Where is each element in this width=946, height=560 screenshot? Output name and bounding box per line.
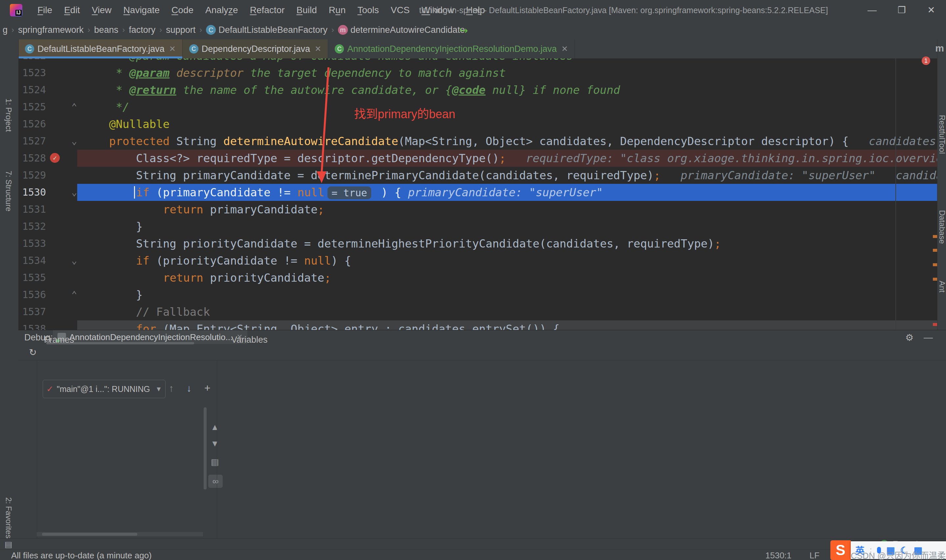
copy-stack-icon[interactable]: ▤ [208,457,221,467]
add-watch-icon[interactable]: + [204,382,211,394]
status-bar: All files are up-to-date (a minute ago) … [0,549,946,560]
code-line[interactable]: 1522 * @param candidates a Map of candid… [18,58,938,64]
menu-vcs[interactable]: VCS [386,4,414,17]
close-icon[interactable]: ✕ [561,44,568,54]
line-number: 1527 [18,132,46,150]
breadcrumb-springframework[interactable]: ›springframework [8,25,84,35]
line-number: 1535 [18,269,46,286]
line-separator[interactable]: LF [810,551,820,560]
menu-code[interactable]: Code [167,4,198,17]
class-icon: C [25,44,34,54]
frames-vscrollbar[interactable] [203,408,206,489]
menu-refactor[interactable]: Refactor [245,4,290,17]
code-text: * @param candidates a Map of candidate n… [109,58,573,64]
code-line[interactable]: 1535return priorityCandidate; [18,269,938,286]
code-line[interactable]: 1528✓Class<?> requiredType = descriptor.… [18,150,938,167]
fold-end-icon[interactable]: ⌃ [68,286,81,303]
close-icon[interactable]: ✕ [169,44,176,54]
fold-start-icon[interactable]: ⌄ [68,252,81,269]
menu-build[interactable]: Build [292,4,322,17]
code-text: @Nullable [109,115,169,132]
fold-start-icon[interactable]: ⌄ [68,184,81,201]
breadcrumb-DefaultListableBeanFactory[interactable]: ›CDefaultListableBeanFactory [196,25,328,35]
sogou-logo-icon[interactable]: S [830,540,851,560]
class-icon: C [206,25,216,35]
code-line[interactable]: 1530⌄if (primaryCandidate != null= true … [18,184,938,201]
breadcrumb-g[interactable]: g [3,25,8,35]
jump-to-source-icon[interactable]: ↩ [459,24,468,37]
code-editor[interactable]: 1522 * @param candidates a Map of candid… [18,58,938,330]
rerun-button[interactable]: ↻ [27,347,39,358]
line-number: 1530 [18,184,46,201]
stripe-Database[interactable]: Database [937,210,946,244]
code-line[interactable]: 1538for (Map.Entry<String, Object> entry… [18,320,938,330]
scroll-down-icon[interactable]: ▼ [208,438,221,449]
menu-analyze[interactable]: Analyze [201,4,243,17]
line-number: 1536 [18,286,46,303]
next-frame-icon[interactable]: ↓ [186,383,191,394]
code-text: String primaryCandidate = determinePrima… [136,167,938,184]
code-line[interactable]: 1524 * @return the name of the autowire … [18,82,938,98]
fold-start-icon[interactable]: ⌄ [68,132,81,150]
code-line[interactable]: 1527⌄protected String determineAutowireC… [18,132,938,150]
stripe-7-Structure[interactable]: 7: Structure [4,171,13,211]
breadcrumb-factory[interactable]: ›factory [118,25,156,35]
menu-edit[interactable]: Edit [59,4,85,17]
scroll-up-icon[interactable]: ▲ [208,422,221,432]
code-line[interactable]: 1523 * @param descriptor the target depe… [18,64,938,82]
stripe-Ant[interactable]: Ant [937,281,946,292]
caret-position[interactable]: 1530:1 [765,551,792,560]
code-text: for (Map.Entry<String, Object> entry : c… [136,320,560,330]
fold-end-icon[interactable]: ⌃ [68,98,81,115]
previous-frame-icon[interactable]: ↑ [169,383,174,394]
close-icon[interactable]: ✕ [315,44,321,54]
hide-panel-icon[interactable]: — [924,332,933,343]
code-text: return priorityCandidate; [163,269,331,286]
stripe-1-Project[interactable]: 1: Project [4,98,13,132]
menu-run[interactable]: Run [324,4,350,17]
tab-AnnotationDependencyInjectionResolutionDemo.java[interactable]: CAnnotationDependencyInjectionResolution… [328,39,575,58]
code-line[interactable]: 1531return primaryCandidate; [18,201,938,218]
breadcrumb-support[interactable]: ›support [156,25,196,35]
breadcrumb-determineAutowireCandidate[interactable]: ›mdetermineAutowireCandidate [328,25,465,35]
menu-tools[interactable]: Tools [353,4,383,17]
editor-tab-bar: CDefaultListableBeanFactory.java✕CDepend… [18,39,946,59]
code-line[interactable]: 1525⌃ */ [18,98,938,115]
minimize-button[interactable]: — [857,0,887,20]
screenshot-annotation: 找到primary的bean [354,105,455,122]
line-number: 1522 [18,58,46,64]
code-line[interactable]: 1533String priorityCandidate = determine… [18,235,938,252]
tool-window-switcher-icon[interactable]: ▤ [5,540,12,549]
tab-DependencyDescriptor.java[interactable]: CDependencyDescriptor.java✕ [183,39,328,58]
code-line[interactable]: 1534⌄if (priorityCandidate != null) { [18,252,938,269]
frames-hscrollbar[interactable] [37,532,203,536]
code-line[interactable]: 1532} [18,218,938,235]
thread-selector[interactable]: ✓ "main"@1 i...": RUNNING ▼ [43,380,166,398]
error-count-badge: 1 [922,57,930,65]
stripe-2-Favorites[interactable]: 2: Favorites [4,497,13,538]
tab-DefaultListableBeanFactory.java[interactable]: CDefaultListableBeanFactory.java✕ [18,39,183,58]
panel-divider[interactable] [217,360,217,538]
caret [134,186,135,198]
code-text: if (priorityCandidate != null) { [136,252,351,269]
thread-selector-value: "main"@1 i...": RUNNING [57,385,150,394]
menu-navigate[interactable]: Navigate [119,4,165,17]
debug-session-tab-label: AnnotationDependencyInjectionResolutio..… [69,332,233,342]
maven-tool-button[interactable]: m [935,43,944,54]
breakpoint-icon[interactable]: ✓ [50,153,60,163]
gear-icon[interactable]: ⚙ [905,332,914,343]
code-line[interactable]: 1526@Nullable [18,115,938,132]
code-line[interactable]: 1536⌃} [18,286,938,303]
menu-file[interactable]: File [33,4,57,17]
hide-library-frames-icon[interactable]: ∞ [208,475,223,488]
intellij-window: IJ FileEditViewNavigateCodeAnalyzeRefact… [0,0,946,560]
code-line[interactable]: 1529String primaryCandidate = determineP… [18,167,938,184]
code-text: * @return the name of the autowire candi… [109,82,620,98]
menu-view[interactable]: View [87,4,116,17]
maximize-button[interactable]: ❐ [887,0,917,20]
breadcrumb-beans[interactable]: ›beans [84,25,119,35]
left-tool-stripe: 1: Project7: Structure2: Favorites [0,39,19,538]
close-button[interactable]: ✕ [917,0,946,20]
code-line[interactable]: 1537// Fallback [18,303,938,320]
stripe-RestfulTool[interactable]: RestfulTool [937,115,946,154]
